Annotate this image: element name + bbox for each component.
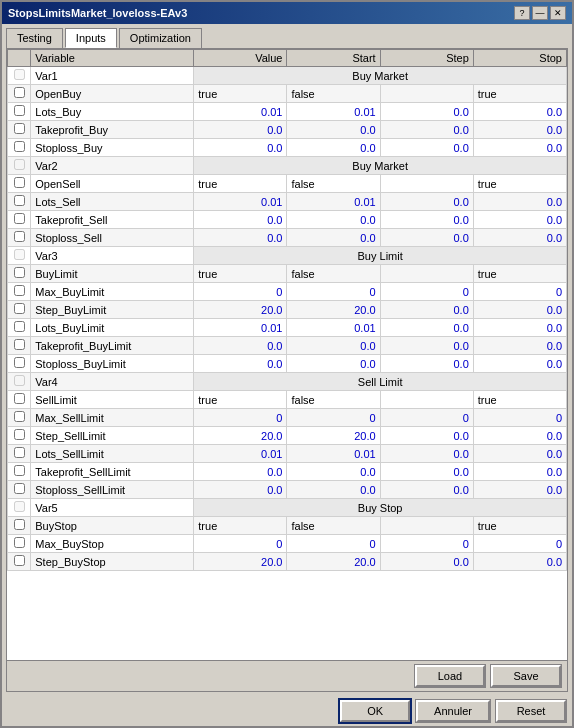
row-stop: 0.0 <box>473 211 566 229</box>
row-check[interactable] <box>8 85 31 103</box>
row-check[interactable] <box>8 463 31 481</box>
row-check[interactable] <box>8 319 31 337</box>
row-value: 20.0 <box>194 427 287 445</box>
row-check[interactable] <box>8 103 31 121</box>
row-start: 20.0 <box>287 553 380 571</box>
row-check[interactable] <box>8 517 31 535</box>
row-variable: Stoploss_Sell <box>31 229 194 247</box>
sep-label: Buy Limit <box>194 247 567 265</box>
row-start: 0.0 <box>287 355 380 373</box>
row-variable: BuyStop <box>31 517 194 535</box>
row-stop: 0.0 <box>473 103 566 121</box>
row-check[interactable] <box>8 175 31 193</box>
row-step: 0.0 <box>380 103 473 121</box>
load-save-row: Load Save <box>7 660 567 691</box>
row-check[interactable] <box>8 409 31 427</box>
row-value: 20.0 <box>194 301 287 319</box>
tab-inputs[interactable]: Inputs <box>65 28 117 48</box>
sep-label: Buy Market <box>194 67 567 85</box>
row-step: 0.0 <box>380 445 473 463</box>
cancel-button[interactable]: Annuler <box>416 700 490 722</box>
row-value: 0.0 <box>194 463 287 481</box>
window-title: StopsLimitsMarket_loveloss-EAv3 <box>8 7 187 19</box>
help-button[interactable]: ? <box>514 6 530 20</box>
row-step: 0.0 <box>380 229 473 247</box>
row-stop: 0.0 <box>473 463 566 481</box>
sep-label: Buy Stop <box>194 499 567 517</box>
row-check[interactable] <box>8 139 31 157</box>
row-stop: true <box>473 175 566 193</box>
row-step: 0.0 <box>380 121 473 139</box>
row-value: 0 <box>194 409 287 427</box>
row-start: false <box>287 175 380 193</box>
row-value: 0.0 <box>194 481 287 499</box>
col-step-header: Step <box>380 50 473 67</box>
col-variable-header: Variable <box>31 50 194 67</box>
row-check[interactable] <box>8 481 31 499</box>
row-variable: OpenSell <box>31 175 194 193</box>
reset-button[interactable]: Reset <box>496 700 566 722</box>
row-stop: true <box>473 85 566 103</box>
row-step: 0.0 <box>380 427 473 445</box>
row-value: true <box>194 175 287 193</box>
row-check[interactable] <box>8 193 31 211</box>
row-check[interactable] <box>8 535 31 553</box>
row-value: 0 <box>194 535 287 553</box>
row-start: false <box>287 265 380 283</box>
row-value: 0 <box>194 283 287 301</box>
row-stop: 0.0 <box>473 301 566 319</box>
sep-label: Sell Limit <box>194 373 567 391</box>
row-value: 0.0 <box>194 337 287 355</box>
sep-var-label: Var1 <box>31 67 194 85</box>
row-start: 0.01 <box>287 193 380 211</box>
row-check[interactable] <box>8 211 31 229</box>
row-variable: Lots_BuyLimit <box>31 319 194 337</box>
row-check[interactable] <box>8 121 31 139</box>
minimize-button[interactable]: — <box>532 6 548 20</box>
row-start: 0.0 <box>287 481 380 499</box>
sep-var-label: Var3 <box>31 247 194 265</box>
sep-check <box>8 373 31 391</box>
row-check[interactable] <box>8 355 31 373</box>
table-container[interactable]: Variable Value Start Step Stop Var1 Buy … <box>7 49 567 660</box>
row-stop: 0.0 <box>473 337 566 355</box>
row-variable: SellLimit <box>31 391 194 409</box>
row-variable: Takeprofit_Buy <box>31 121 194 139</box>
row-step: 0.0 <box>380 139 473 157</box>
row-variable: BuyLimit <box>31 265 194 283</box>
row-stop: true <box>473 391 566 409</box>
row-check[interactable] <box>8 265 31 283</box>
row-check[interactable] <box>8 553 31 571</box>
row-value: 0.01 <box>194 103 287 121</box>
row-start: 0.01 <box>287 445 380 463</box>
tab-testing[interactable]: Testing <box>6 28 63 48</box>
row-step: 0.0 <box>380 355 473 373</box>
row-step: 0.0 <box>380 193 473 211</box>
close-button[interactable]: ✕ <box>550 6 566 20</box>
row-check[interactable] <box>8 445 31 463</box>
save-button[interactable]: Save <box>491 665 561 687</box>
row-variable: Takeprofit_BuyLimit <box>31 337 194 355</box>
row-variable: Max_SellLimit <box>31 409 194 427</box>
row-check[interactable] <box>8 283 31 301</box>
row-check[interactable] <box>8 301 31 319</box>
tab-optimization[interactable]: Optimization <box>119 28 202 48</box>
row-check[interactable] <box>8 229 31 247</box>
ok-button[interactable]: OK <box>340 700 410 722</box>
title-bar: StopsLimitsMarket_loveloss-EAv3 ? — ✕ <box>2 2 572 24</box>
row-value: true <box>194 517 287 535</box>
row-value: 0.01 <box>194 319 287 337</box>
title-controls: ? — ✕ <box>514 6 566 20</box>
row-step: 0 <box>380 283 473 301</box>
row-start: 0.0 <box>287 337 380 355</box>
row-step: 0.0 <box>380 553 473 571</box>
row-step <box>380 85 473 103</box>
row-stop: 0.0 <box>473 193 566 211</box>
row-value: 20.0 <box>194 553 287 571</box>
row-check[interactable] <box>8 427 31 445</box>
row-step: 0 <box>380 409 473 427</box>
load-button[interactable]: Load <box>415 665 485 687</box>
row-value: 0.01 <box>194 193 287 211</box>
row-check[interactable] <box>8 391 31 409</box>
row-check[interactable] <box>8 337 31 355</box>
